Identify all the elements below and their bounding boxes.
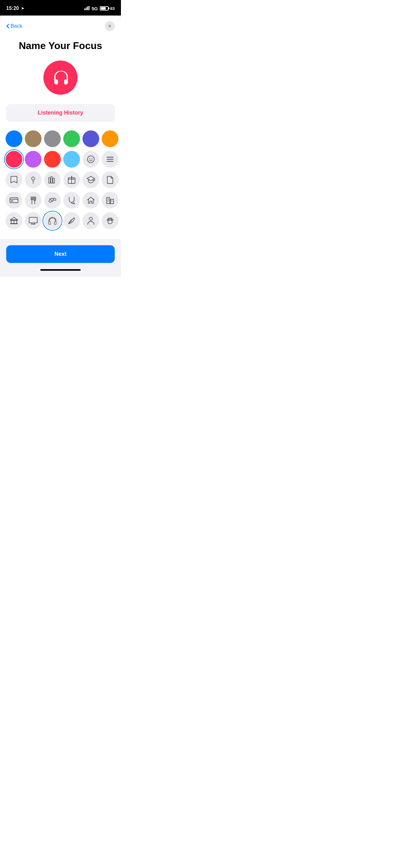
svg-point-6: [92, 158, 92, 159]
svg-line-27: [49, 199, 53, 202]
monitor-icon-btn[interactable]: [25, 212, 41, 229]
person-icon-btn[interactable]: [82, 212, 99, 229]
status-time: 15:20 ➤: [6, 6, 24, 11]
icon-row-1: [6, 172, 115, 188]
svg-rect-44: [29, 217, 37, 223]
emoji-picker-button[interactable]: [82, 151, 99, 168]
svg-point-4: [88, 156, 94, 163]
document-icon: [107, 176, 113, 184]
svg-rect-35: [108, 199, 108, 199]
svg-point-31: [73, 203, 75, 204]
battery-icon: [100, 6, 108, 10]
svg-point-49: [89, 217, 92, 220]
home-indicator: [0, 266, 121, 277]
page-title: Name Your Focus: [0, 34, 121, 61]
svg-point-10: [32, 177, 35, 180]
credit-card-icon: [10, 197, 18, 203]
headphones-small-icon: [48, 217, 57, 225]
svg-point-54: [110, 218, 112, 219]
svg-point-51: [107, 219, 109, 221]
pills-icon: [48, 196, 57, 204]
list-view-button[interactable]: [102, 151, 119, 168]
location-icon: ➤: [21, 6, 24, 10]
stethoscope-icon-btn[interactable]: [63, 192, 80, 209]
svg-rect-12: [49, 178, 50, 183]
focus-icon-circle[interactable]: [43, 61, 77, 95]
icon-row-2: [6, 192, 115, 209]
svg-rect-20: [10, 198, 18, 203]
svg-rect-37: [111, 200, 112, 202]
books-icon: [48, 176, 57, 184]
bookmark-icon-btn[interactable]: [6, 172, 22, 188]
color-gray[interactable]: [44, 130, 61, 147]
building-icon-btn[interactable]: [102, 192, 119, 209]
next-button[interactable]: Next: [6, 245, 115, 263]
svg-rect-9: [107, 161, 113, 162]
focus-icon-wrapper: [0, 61, 121, 95]
document-icon-btn[interactable]: [102, 172, 119, 188]
home-icon: [87, 196, 95, 204]
svg-rect-36: [108, 200, 108, 202]
color-red[interactable]: [44, 151, 61, 168]
main-card: Back ✕ Name Your Focus: [0, 16, 121, 239]
color-blue[interactable]: [6, 130, 22, 147]
pin-icon: [30, 176, 36, 184]
card-icon-btn[interactable]: [6, 192, 22, 209]
building-icon: [106, 196, 114, 204]
svg-rect-22: [11, 200, 13, 202]
color-indigo[interactable]: [82, 130, 99, 147]
status-indicators: 5G 83: [84, 6, 115, 11]
gift-icon-btn[interactable]: [63, 172, 80, 188]
svg-rect-43: [10, 223, 18, 224]
close-button[interactable]: ✕: [105, 21, 115, 31]
svg-rect-14: [53, 178, 55, 183]
bank-icon: [10, 217, 18, 225]
color-brown[interactable]: [25, 130, 41, 147]
color-orange[interactable]: [102, 130, 119, 147]
person-icon: [88, 217, 94, 225]
graduation-icon-btn[interactable]: [82, 172, 99, 188]
food-icon-btn[interactable]: [25, 192, 41, 209]
svg-point-5: [89, 158, 90, 159]
color-green[interactable]: [63, 130, 80, 147]
monitor-icon: [29, 217, 37, 224]
main-scroll[interactable]: Back ✕ Name Your Focus: [0, 16, 121, 277]
color-purple[interactable]: [25, 151, 41, 168]
color-row-1: [6, 130, 115, 147]
home-bar: [40, 269, 80, 271]
pin-icon-btn[interactable]: [25, 172, 41, 188]
focus-name-input[interactable]: [6, 104, 115, 122]
color-red-pink-selected[interactable]: [6, 151, 22, 168]
books-icon-btn[interactable]: [44, 172, 61, 188]
bank-icon-btn[interactable]: [6, 212, 22, 229]
headphones-icon-btn[interactable]: [44, 212, 61, 229]
svg-rect-2: [87, 6, 88, 10]
paw-icon-btn[interactable]: [102, 212, 119, 229]
svg-point-52: [112, 219, 113, 221]
fork-knife-icon: [30, 196, 37, 204]
svg-rect-1: [86, 7, 87, 10]
svg-rect-3: [88, 6, 89, 10]
bookmark-icon: [10, 176, 18, 184]
name-field-wrapper: [0, 104, 121, 122]
svg-rect-0: [84, 8, 85, 10]
leaf-icon-btn[interactable]: [63, 212, 80, 229]
svg-rect-39: [10, 220, 18, 221]
signal-icon: [84, 6, 90, 11]
list-icon: [106, 156, 114, 162]
pills-icon-btn[interactable]: [44, 192, 61, 209]
back-button[interactable]: Back: [6, 23, 22, 29]
color-row-2: [6, 151, 115, 168]
home-icon-btn[interactable]: [82, 192, 99, 209]
color-teal[interactable]: [63, 151, 80, 168]
svg-marker-38: [10, 217, 18, 220]
leaf-icon: [68, 217, 76, 225]
status-bar: 15:20 ➤ 5G 83: [0, 0, 121, 16]
gift-icon: [68, 176, 76, 184]
headphones-icon: [51, 68, 70, 87]
icon-grid-section: [0, 130, 121, 229]
svg-rect-8: [107, 159, 113, 160]
bottom-bar: Next: [0, 239, 121, 266]
nav-bar: Back ✕: [0, 16, 121, 34]
svg-point-53: [108, 218, 110, 219]
